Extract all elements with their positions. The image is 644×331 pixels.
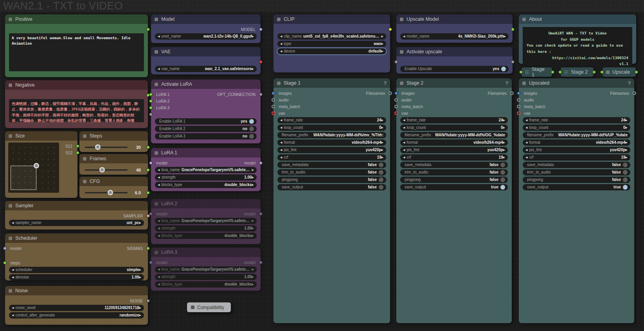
- collapse-icon[interactable]: [155, 151, 158, 155]
- frames-slider[interactable]: 48: [79, 165, 148, 174]
- collapse-icon[interactable]: [522, 81, 526, 85]
- node-positive[interactable]: PositiveA very beautiful woman.Slow and …: [5, 14, 148, 77]
- node-activate-lora[interactable]: Activate LoRALoRA 1OPT_CONNECTIONLoRA 2L…: [151, 80, 261, 143]
- combo-right-arrow-icon[interactable]: ▶: [503, 119, 505, 122]
- widget-save_output[interactable]: save_outputfalse: [277, 184, 386, 190]
- collapsed-grid-icon[interactable]: [525, 70, 529, 74]
- help-icon[interactable]: ?: [628, 80, 631, 86]
- node-cfg[interactable]: CFG6.0: [79, 177, 148, 198]
- output-out-port[interactable]: [146, 27, 150, 31]
- node-header[interactable]: Steps: [79, 131, 148, 141]
- images-in-port[interactable]: [517, 91, 520, 95]
- model-in-port[interactable]: [3, 246, 7, 250]
- node-clip[interactable]: CLIP◀clip_nameumt5_xxl_fp8_e4m3fn_scaled…: [273, 14, 390, 72]
- widget-frame_rate[interactable]: ◀frame_rate24▶: [277, 117, 386, 123]
- widget-denoise[interactable]: ◀denoise1.00▶: [9, 274, 144, 280]
- widget-Enable LoRA 2[interactable]: Enable LoRA 2no: [155, 126, 257, 132]
- combo-left-arrow-icon[interactable]: ◀: [403, 141, 405, 144]
- combo-right-arrow-icon[interactable]: ▶: [252, 234, 254, 237]
- combo-right-arrow-icon[interactable]: ▶: [252, 168, 254, 172]
- node-model[interactable]: ModelMODEL◀unet_namewan2.1-t2v-14b-Q8_0.…: [151, 14, 261, 43]
- node-header[interactable]: LoRA 1: [151, 148, 261, 157]
- combo-left-arrow-icon[interactable]: ◀: [158, 168, 160, 172]
- widget-vae_name[interactable]: ◀vae_namewan_2.1_vae.safetensors▶: [155, 66, 257, 72]
- Filenames-out-port[interactable]: [510, 91, 514, 95]
- combo-left-arrow-icon[interactable]: ◀: [280, 156, 282, 159]
- widget-save_output[interactable]: save_outputtrue: [523, 184, 630, 190]
- Filenames-out-port[interactable]: [389, 91, 392, 95]
- collapse-icon[interactable]: [191, 306, 194, 309]
- combo-right-arrow-icon[interactable]: ▶: [139, 221, 141, 224]
- widget-save_output[interactable]: save_outputtrue: [400, 184, 508, 190]
- node-activate-upscale[interactable]: Activate upscaleEnable Upscaleyes: [396, 47, 513, 74]
- slider-knob[interactable]: [99, 167, 105, 173]
- widget-loop_count[interactable]: ◀loop_count0▶: [523, 125, 630, 131]
- collapse-icon[interactable]: [155, 251, 158, 254]
- size-drag-knob[interactable]: [34, 163, 39, 168]
- collapse-icon[interactable]: [9, 134, 12, 138]
- help-icon[interactable]: ?: [384, 80, 387, 86]
- combo-left-arrow-icon[interactable]: ◀: [12, 221, 14, 224]
- slider-track[interactable]: [85, 169, 128, 170]
- output-out-port[interactable]: [511, 60, 514, 63]
- 512-out-port[interactable]: [76, 144, 79, 148]
- widget-Enable LoRA 3[interactable]: Enable LoRA 3no: [155, 133, 257, 139]
- collapse-icon[interactable]: [9, 237, 12, 240]
- combo-right-arrow-icon[interactable]: ▶: [626, 119, 628, 122]
- collapse-icon[interactable]: [155, 83, 158, 86]
- combo-right-arrow-icon[interactable]: ▶: [252, 275, 254, 279]
- OPT_CONNECTION-out-port[interactable]: [259, 92, 263, 96]
- collapse-icon[interactable]: [277, 81, 281, 85]
- combo-left-arrow-icon[interactable]: ◀: [280, 50, 282, 53]
- widget-model_name[interactable]: ◀model_name4x_NMKD-Siax_200k.pth▶: [400, 33, 509, 40]
- collapsed-grid-icon[interactable]: [564, 70, 568, 74]
- toggle-knob[interactable]: [500, 177, 505, 182]
- widget-save_metadata[interactable]: save_metadatafalse: [400, 162, 508, 168]
- node-header[interactable]: Upscaled?: [519, 78, 634, 88]
- node-header[interactable]: Negative: [5, 80, 148, 90]
- widget-pingpong[interactable]: pingpongfalse: [400, 177, 508, 183]
- widget-crf[interactable]: ◀crf19▶: [400, 154, 508, 161]
- widget-lora_name[interactable]: ◀lora_nameGracePenelopeTargaryenV5.safet…: [155, 218, 257, 224]
- widget-filename_prefix[interactable]: filename_prefixWAN/%date:yyyy-MM-dd%/UP_…: [523, 132, 630, 138]
- combo-left-arrow-icon[interactable]: ◀: [12, 276, 14, 279]
- combo-left-arrow-icon[interactable]: ◀: [403, 126, 405, 129]
- steps-slider[interactable]: 30: [79, 143, 148, 152]
- node-header[interactable]: Model: [151, 14, 261, 24]
- combo-right-arrow-icon[interactable]: ▶: [139, 276, 141, 279]
- combo-right-arrow-icon[interactable]: ▶: [381, 42, 383, 45]
- combo-right-arrow-icon[interactable]: ▶: [381, 126, 383, 129]
- widget-unet_name[interactable]: ◀unet_namewan2.1-t2v-14b-Q8_0.gguf▶: [155, 33, 257, 40]
- slider-track[interactable]: [85, 192, 128, 193]
- collapse-icon[interactable]: [9, 83, 12, 87]
- collapse-icon[interactable]: [83, 180, 86, 183]
- combo-left-arrow-icon[interactable]: ◀: [525, 148, 527, 152]
- node-header[interactable]: Stage 2?: [396, 78, 512, 88]
- combo-right-arrow-icon[interactable]: ▶: [252, 283, 254, 286]
- combo-right-arrow-icon[interactable]: ▶: [381, 119, 383, 122]
- 512-out-port[interactable]: [76, 151, 79, 154]
- combo-left-arrow-icon[interactable]: ◀: [525, 119, 527, 122]
- toggle-knob[interactable]: [623, 177, 628, 182]
- combo-right-arrow-icon[interactable]: ▶: [139, 268, 141, 271]
- node-header[interactable]: Scheduler: [5, 233, 148, 243]
- combo-left-arrow-icon[interactable]: ◀: [158, 183, 160, 186]
- widget-device[interactable]: ◀devicedefault▶: [277, 48, 386, 54]
- combo-left-arrow-icon[interactable]: ◀: [158, 268, 160, 271]
- combo-right-arrow-icon[interactable]: ▶: [252, 176, 254, 179]
- widget-control_after_generate[interactable]: ◀control_after_generaterandomize▶: [9, 312, 144, 318]
- combo-left-arrow-icon[interactable]: ◀: [12, 314, 14, 317]
- widget-crf[interactable]: ◀crf19▶: [523, 154, 630, 161]
- output-out-port[interactable]: [259, 60, 263, 63]
- node-steps[interactable]: Steps30: [79, 131, 148, 152]
- vae-in-port[interactable]: [394, 111, 398, 115]
- collapse-icon[interactable]: [83, 157, 86, 161]
- combo-left-arrow-icon[interactable]: ◀: [280, 35, 282, 38]
- toggle-knob[interactable]: [623, 163, 628, 167]
- widget-clip_name[interactable]: ◀clip_nameumt5_xxl_fp8_e4m3fn_scaled.saf…: [277, 33, 386, 40]
- mini-in-port[interactable]: [519, 71, 523, 74]
- widget-sampler_name[interactable]: ◀sampler_nameuni_pc▶: [9, 220, 144, 226]
- node-vae[interactable]: VAE◀vae_namewan_2.1_vae.safetensors▶: [151, 47, 261, 74]
- LoRA 3-in-port[interactable]: [149, 106, 153, 109]
- images-in-port[interactable]: [272, 91, 275, 95]
